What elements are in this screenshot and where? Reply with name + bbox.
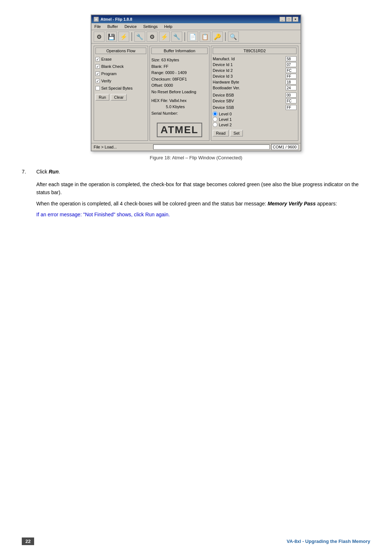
body-after-italic: appears:: [316, 201, 337, 207]
step-row: 7. Click Run.: [22, 168, 370, 176]
blank-value: FF: [164, 64, 168, 69]
level1-label: Level 1: [219, 117, 232, 122]
verify-label: Verify: [101, 79, 111, 83]
bsb-row: Device BSB 00 Device SBV FC: [213, 93, 297, 103]
page-footer: 22 VA-8xl - Upgrading the Flash Memory: [22, 537, 370, 545]
window-title: Atmel - Flip 1.8.8: [101, 17, 132, 21]
toolbar-btn-7[interactable]: 🔧: [171, 32, 182, 42]
hex-file-row: HEX File: Va8xl.hex: [151, 98, 208, 104]
security-level-group: Level 0 Level 1 Level 2: [213, 111, 297, 127]
status-left: File > Load...: [94, 145, 152, 149]
size-value: 63 Kbytes: [162, 58, 179, 62]
program-label: Program: [101, 71, 117, 76]
hardware-byte-value: 18: [286, 79, 297, 85]
toolbar-btn-5[interactable]: ⚙: [147, 32, 158, 42]
step-number: 7.: [22, 168, 33, 176]
maximize-button[interactable]: □: [286, 17, 292, 22]
sbv-value: FC: [286, 98, 297, 103]
level1-radio[interactable]: [213, 117, 217, 122]
status-progress-bar: [153, 144, 270, 150]
toolbar: ⚙ 💾 ⚡ 🔧 ⚙ ⚡ 🔧 📄 📋 🔑 🔍: [91, 30, 301, 44]
body-para-2: When the operation is completed, all 4 c…: [36, 200, 370, 208]
level1-row: Level 1: [213, 117, 297, 122]
status-bar: File > Load... COM1 / 9600: [91, 143, 301, 151]
toolbar-btn-8[interactable]: 📄: [187, 32, 198, 42]
hex-size-row: 5.0 Kbytes: [151, 104, 208, 110]
step-body: After each stage in the operation is com…: [36, 180, 370, 219]
blank-row: Blank: FF: [151, 64, 208, 70]
toolbar-btn-6[interactable]: ⚡: [159, 32, 170, 42]
menu-file[interactable]: File: [93, 24, 102, 29]
menu-settings[interactable]: Settings: [142, 24, 159, 29]
ssb-value: FF: [286, 105, 297, 110]
bsb-value: 00: [286, 93, 297, 98]
manufact-label: Manufact. Id: [213, 57, 235, 61]
toolbar-btn-3[interactable]: ⚡: [118, 32, 129, 42]
run-button[interactable]: Run: [95, 94, 109, 101]
bootloader-value: 24: [286, 85, 297, 90]
body-para-2-text: When the operation is completed, all 4 c…: [36, 201, 268, 207]
size-row: Size: 63 Kbytes: [151, 57, 208, 64]
toolbar-btn-10[interactable]: 🔑: [212, 32, 223, 42]
bsb-label: Device BSB: [213, 93, 234, 97]
ssb-label: Device SSB: [213, 105, 234, 110]
level0-radio[interactable]: [213, 111, 217, 116]
read-set-row: Read Set: [213, 130, 297, 136]
device-id1-label: Device Id 1: [213, 62, 233, 67]
body-italic-bold: Memory Verify Pass: [268, 201, 316, 207]
clear-button[interactable]: Clear: [111, 94, 127, 101]
toolbar-btn-11[interactable]: 🔍: [228, 32, 239, 42]
error-note: If an error message: "Not Finished" show…: [36, 210, 370, 218]
menu-help[interactable]: Help: [163, 24, 174, 29]
app-icon: A: [94, 17, 99, 22]
toolbar-sep-1: [131, 32, 132, 41]
panel-buffer: Buffer Information Size: 63 Kbytes Blank…: [150, 46, 209, 141]
status-right: COM1 / 9600: [271, 144, 298, 150]
figure-caption: Figure 18: Atmel – Flip Window (Connecte…: [150, 155, 242, 160]
blank-label: Blank:: [151, 64, 163, 69]
footer-product: VA-8xl - Upgrading the Flash Memory: [287, 539, 370, 544]
toolbar-btn-4[interactable]: 🔧: [134, 32, 145, 42]
range-value: 0000 - 1409: [166, 70, 187, 75]
device-id1-row: Device Id 1 07: [213, 62, 297, 67]
step-intro: Click: [36, 169, 49, 175]
set-button[interactable]: Set: [230, 130, 243, 136]
main-content: Operations Flow ✓ Erase ✓ Blank Check ✓ …: [91, 44, 301, 143]
erase-checkbox[interactable]: ✓: [95, 57, 100, 61]
operations-title: Operations Flow: [95, 48, 146, 54]
minimize-button[interactable]: _: [279, 17, 285, 22]
manufact-row: Manufact. Id 58: [213, 56, 297, 61]
blank-check-checkbox-row: ✓ Blank Check: [95, 64, 146, 69]
hex-file-value: Va8xl.hex: [170, 98, 187, 103]
special-bytes-checkbox[interactable]: [95, 86, 100, 90]
level2-radio[interactable]: [213, 122, 217, 127]
range-row: Range: 0000 - 1409: [151, 70, 208, 76]
toolbar-btn-1[interactable]: ⚙: [94, 32, 105, 42]
special-bytes-label: Set Special Bytes: [101, 86, 132, 90]
device-id1-value: 07: [286, 62, 297, 67]
menu-device[interactable]: Device: [123, 24, 138, 29]
sbv-label: Device SBV: [213, 99, 234, 103]
screenshot-wrapper: A Atmel - Flip 1.8.8 _ □ × File Buffer D…: [22, 15, 370, 160]
toolbar-sep-2: [184, 32, 185, 41]
menu-buffer[interactable]: Buffer: [106, 24, 119, 29]
bootloader-row: Bootloader Ver. 24: [213, 85, 297, 90]
verify-checkbox[interactable]: ✓: [95, 79, 100, 83]
read-button[interactable]: Read: [213, 130, 229, 136]
title-bar-controls[interactable]: _ □ ×: [279, 17, 298, 22]
range-label: Range:: [151, 70, 164, 75]
bootloader-label: Bootloader Ver.: [213, 86, 240, 90]
device-id2-row: Device Id 2 FC: [213, 68, 297, 73]
hardware-byte-label: Hardware Byte: [213, 80, 239, 84]
blank-check-checkbox[interactable]: ✓: [95, 64, 100, 69]
title-bar-text: A Atmel - Flip 1.8.8: [94, 17, 132, 22]
erase-label: Erase: [101, 57, 112, 61]
device-id3-label: Device Id 3: [213, 74, 233, 78]
program-checkbox[interactable]: ✓: [95, 71, 100, 76]
toolbar-btn-2[interactable]: 💾: [106, 32, 117, 42]
level2-label: Level 2: [219, 123, 232, 127]
panel-device: T89C51RD2 Manufact. Id 58 Device Id 1 07…: [211, 46, 298, 141]
menu-bar: File Buffer Device Settings Help: [91, 23, 301, 30]
close-button[interactable]: ×: [293, 17, 298, 22]
toolbar-btn-9[interactable]: 📋: [200, 32, 211, 42]
